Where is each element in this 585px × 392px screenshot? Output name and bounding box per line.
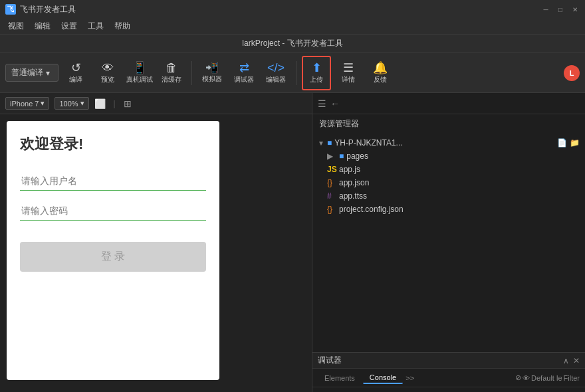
preview-button[interactable]: 👁 预览 <box>93 56 122 90</box>
devtools-more-icon[interactable]: >> <box>406 374 414 382</box>
project-name: YH-P-NJKZNTA1... <box>334 138 402 147</box>
app-icon: 飞 <box>5 4 16 15</box>
tree-item-appjs[interactable]: JS app.js <box>312 163 585 176</box>
upload-button[interactable]: ⬆ 上传 <box>302 56 331 90</box>
simulator-panel: iPhone 7 ▾ 100% ▾ ⬜ | ⊞ 欢迎登录! 登 录 <box>0 93 312 392</box>
app-title-bar: larkProject - 飞书开发者工具 <box>0 35 585 53</box>
menu-edit[interactable]: 编辑 <box>29 19 56 33</box>
project-root[interactable]: ▼ ■ YH-P-NJKZNTA1... 📄 📁 <box>312 136 585 149</box>
preview-label: 预览 <box>101 75 114 84</box>
editor-icon: </> <box>267 62 285 74</box>
tab-elements[interactable]: Elements <box>318 373 362 383</box>
new-folder-icon[interactable]: 📁 <box>570 138 580 147</box>
appjson-label: app.json <box>339 178 369 187</box>
tree-item-projectconfig[interactable]: {} project.config.json <box>312 203 585 216</box>
upload-icon: ⬆ <box>312 62 322 74</box>
simulator-icon: 📲 <box>205 62 219 73</box>
real-device-label: 真机调试 <box>126 75 153 84</box>
simulator-button[interactable]: 📲 模拟器 <box>197 56 227 90</box>
tree-item-appjson[interactable]: {} app.json <box>312 176 585 189</box>
real-device-icon: 📱 <box>132 62 147 74</box>
project-arrow: ▼ <box>318 140 324 147</box>
password-input[interactable] <box>20 201 206 221</box>
feedback-icon: 🔔 <box>373 62 388 74</box>
debugger-button[interactable]: ⇄ 调试器 <box>229 56 259 90</box>
toolbar-separator-2 <box>296 61 296 85</box>
clear-cache-button[interactable]: 🗑 清缓存 <box>157 56 186 90</box>
explorer-title: 资源管理器 <box>312 114 585 134</box>
zoom-level: 100% <box>59 100 78 108</box>
arrow-left-icon[interactable]: ← <box>330 98 340 109</box>
ttss-badge-icon: # <box>327 191 336 201</box>
username-input[interactable] <box>20 171 206 191</box>
debugger-icon: ⇄ <box>239 62 249 74</box>
close-button[interactable]: ✕ <box>570 5 580 14</box>
compile-button[interactable]: ↺ 编译 <box>61 56 90 90</box>
toolbar: 普通编译 ▾ ↺ 编译 👁 预览 📱 真机调试 🗑 清缓存 📲 模拟器 ⇄ 调试… <box>0 53 585 93</box>
tree-item-pages[interactable]: ▶ ■ pages <box>312 149 585 163</box>
compile-mode-select[interactable]: 普通编译 ▾ <box>5 64 58 82</box>
devtools-titlebar: 调试器 ∧ ✕ <box>312 353 585 369</box>
devtools-tabs: Elements Console >> ⊘ 👁 Default le Filte… <box>312 369 585 387</box>
tree-item-appttss[interactable]: # app.ttss <box>312 189 585 203</box>
title-bar: 飞 飞书开发者工具 ─ □ ✕ <box>0 0 585 19</box>
menu-help[interactable]: 帮助 <box>109 19 136 33</box>
hamburger-icon[interactable]: ☰ <box>318 98 326 109</box>
debugger-label: 调试器 <box>234 75 254 84</box>
grid-icon[interactable]: ⊞ <box>124 98 132 109</box>
menu-view[interactable]: 视图 <box>3 19 29 33</box>
login-button[interactable]: 登 录 <box>20 242 206 272</box>
pages-arrow: ▶ <box>327 151 336 161</box>
devtools-expand-icon[interactable]: ∧ <box>563 356 569 365</box>
menu-tools[interactable]: 工具 <box>82 19 109 33</box>
devtools-close-icon[interactable]: ✕ <box>573 356 580 365</box>
new-file-icon[interactable]: 📄 <box>557 138 567 147</box>
json-badge-icon: {} <box>327 178 336 187</box>
appjs-label: app.js <box>339 165 360 174</box>
compile-icon: ↺ <box>71 62 81 74</box>
iphone-screen: 欢迎登录! 登 录 <box>7 121 219 380</box>
editor-button[interactable]: </> 编辑器 <box>261 56 291 90</box>
file-tree: ▼ ■ YH-P-NJKZNTA1... 📄 📁 ▶ ■ pages J <box>312 134 585 219</box>
feedback-button[interactable]: 🔔 反馈 <box>366 56 395 90</box>
copy-icon[interactable]: ⬜ <box>94 98 106 109</box>
right-panel: ☰ ← 资源管理器 ▼ ■ YH-P-NJKZNTA1... 📄 📁 <box>312 93 585 392</box>
js-badge-icon: JS <box>327 165 336 174</box>
devtools-panel: 调试器 ∧ ✕ Elements Console >> ⊘ 👁 Default … <box>312 352 585 392</box>
preview-icon: 👁 <box>102 62 114 74</box>
compile-label: 编译 <box>69 75 82 84</box>
real-device-button[interactable]: 📱 真机调试 <box>125 56 154 90</box>
simulator-label: 模拟器 <box>202 74 222 84</box>
device-name: iPhone 7 <box>10 100 39 108</box>
welcome-title: 欢迎登录! <box>20 134 206 154</box>
pages-folder-icon: ■ <box>339 151 344 161</box>
detail-button[interactable]: ☰ 详情 <box>334 56 363 90</box>
project-folder-icon: ■ <box>327 138 332 147</box>
zoom-select[interactable]: 100% ▾ <box>55 97 88 110</box>
menu-bar: 视图 编辑 设置 工具 帮助 <box>0 19 585 35</box>
file-explorer-icons: ☰ ← <box>318 98 340 109</box>
zoom-dropdown-icon: ▾ <box>80 99 84 108</box>
compile-mode-label: 普通编译 <box>11 67 43 78</box>
phone-content: 欢迎登录! 登 录 <box>7 121 219 380</box>
user-avatar[interactable]: L <box>564 65 580 81</box>
tab-console[interactable]: Console <box>363 372 403 384</box>
iphone-container: 欢迎登录! 登 录 <box>0 114 312 392</box>
file-explorer: ☰ ← 资源管理器 ▼ ■ YH-P-NJKZNTA1... 📄 📁 <box>312 93 585 352</box>
maximize-button[interactable]: □ <box>556 5 565 14</box>
device-dropdown-icon: ▾ <box>41 99 45 108</box>
window-controls: ─ □ ✕ <box>541 5 580 14</box>
device-select[interactable]: iPhone 7 ▾ <box>5 97 49 110</box>
devtools-title: 调试器 <box>318 355 559 366</box>
filter-label: Default le <box>531 374 562 382</box>
menu-settings[interactable]: 设置 <box>56 19 82 33</box>
app-window-title: larkProject - 飞书开发者工具 <box>242 38 342 49</box>
filter-eye-icon: 👁 <box>523 374 530 382</box>
compile-dropdown-icon: ▾ <box>46 68 50 78</box>
simulator-toolbar: iPhone 7 ▾ 100% ▾ ⬜ | ⊞ <box>0 93 312 114</box>
filter-stop-icon: ⊘ <box>515 373 521 382</box>
project-row-icons: 📄 📁 <box>557 138 580 147</box>
minimize-button[interactable]: ─ <box>541 5 550 14</box>
upload-label: 上传 <box>310 75 323 84</box>
filter-search-placeholder: Filter <box>564 374 580 382</box>
